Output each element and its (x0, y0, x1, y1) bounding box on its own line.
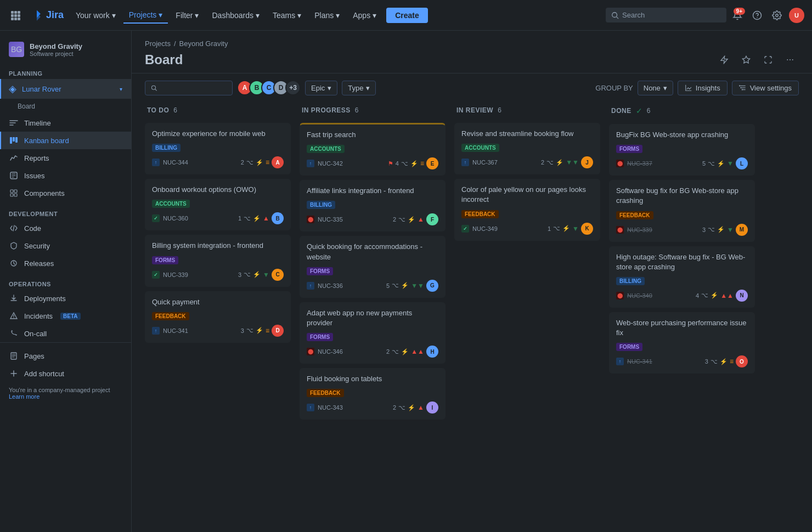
avatar-more[interactable]: +3 (285, 80, 301, 95)
board-search[interactable] (145, 81, 233, 95)
svg-rect-21 (14, 194, 17, 196)
card-id: NUC-340 (627, 292, 652, 299)
svg-point-24 (13, 317, 14, 318)
card-nuc342[interactable]: Fast trip search ACCOUNTS ↑ NUC-342 ⚑ 4 … (300, 123, 446, 176)
card-nuc367[interactable]: Revise and streamline booking flow ACCOU… (454, 123, 600, 174)
card-nuc341-todo[interactable]: Quick payment FEEDBACK ↑ NUC-341 3 ⌥ ⚡ ≡… (145, 291, 291, 343)
search-bar[interactable]: Search (606, 8, 726, 22)
sidebar-item-code[interactable]: Code (0, 219, 131, 237)
priority-icon: ▼▼ (411, 282, 424, 290)
group-by-label: GROUP BY (595, 84, 633, 92)
issue-type-icon: ⬤ (616, 160, 624, 167)
epic-filter[interactable]: Epic ▾ (305, 81, 337, 95)
sidebar-item-releases[interactable]: Releases (0, 254, 131, 272)
issue-type-icon: ✓ (152, 271, 160, 279)
sidebar-item-reports[interactable]: Reports (0, 149, 131, 167)
priority-icon: ▲▲ (720, 292, 734, 299)
search-input[interactable] (160, 84, 227, 92)
card-nuc339-todo[interactable]: Billing system integration - frontend FO… (145, 235, 291, 286)
sidebar-item-timeline[interactable]: Timeline (0, 114, 131, 132)
project-header[interactable]: BG Beyond Gravity Software project (0, 37, 131, 61)
issue-type-icon: ⬤ (616, 292, 624, 299)
card-nuc346[interactable]: Adapt web app no new payments provider F… (300, 302, 446, 364)
group-by-none[interactable]: None ▾ (638, 81, 673, 95)
sidebar-item-issues[interactable]: Issues (0, 167, 131, 184)
notifications-button[interactable]: 9+ (729, 7, 746, 24)
priority-icon: ▲ (418, 216, 424, 223)
help-button[interactable] (748, 7, 766, 24)
nav-apps[interactable]: Apps ▾ (347, 8, 382, 23)
sidebar-item-security[interactable]: Security (0, 237, 131, 254)
card-nuc337[interactable]: BugFix BG Web-store app crashing FORMS ⬤… (609, 124, 755, 176)
jira-logo[interactable]: Jira (26, 9, 68, 21)
fullscreen-button[interactable] (759, 51, 777, 69)
sidebar-item-kanban[interactable]: Kanban board (0, 132, 131, 149)
timeline-icon (9, 118, 19, 128)
project-type: Software project (30, 50, 82, 57)
breadcrumb-projects[interactable]: Projects (145, 39, 171, 48)
nav-your-work[interactable]: Your work ▾ (70, 8, 121, 23)
card-nuc341-done[interactable]: Web-store purchasing performance issue f… (609, 312, 755, 373)
card-nuc339-done[interactable]: Software bug fix for BG Web-store app cr… (609, 180, 755, 241)
svg-point-29 (787, 59, 788, 60)
card-title: Billing system integration - frontend (152, 241, 284, 251)
star-button[interactable] (737, 51, 755, 69)
card-nuc340[interactable]: High outage: Software bug fix - BG Web-s… (609, 246, 755, 308)
breadcrumb-project-name[interactable]: Beyond Gravity (179, 39, 228, 48)
nav-plans[interactable]: Plans ▾ (309, 8, 345, 23)
user-avatar[interactable]: U (788, 7, 805, 24)
nav-projects[interactable]: Projects ▾ (123, 7, 168, 24)
sidebar-item-board[interactable]: Board (0, 99, 131, 114)
column-inprogress: IN PROGRESS 6 Fast trip search ACCOUNTS … (300, 102, 448, 523)
card-id: NUC-349 (472, 225, 498, 232)
nav-dashboards[interactable]: Dashboards ▾ (206, 8, 265, 23)
sidebar-item-oncall[interactable]: On-call (0, 325, 131, 342)
card-tag: FORMS (307, 267, 333, 275)
lunar-rover-icon: ◈ (9, 83, 16, 95)
create-button[interactable]: Create (386, 8, 428, 23)
card-id: NUC-336 (318, 282, 343, 289)
card-avatar: E (426, 157, 438, 169)
card-nuc344[interactable]: Optimize experience for mobile web BILLI… (145, 123, 291, 174)
sidebar-item-components[interactable]: Components (0, 184, 131, 202)
company-managed-text: You're in a company-managed project (9, 387, 122, 393)
sidebar-item-add-shortcut[interactable]: Add shortcut (0, 365, 131, 382)
oncall-icon (9, 329, 19, 338)
card-nuc335[interactable]: Affiliate links integration - frontend B… (300, 180, 446, 231)
type-filter[interactable]: Type ▾ (342, 81, 376, 95)
card-title: Color of pale yellow on our pages looks … (461, 185, 593, 205)
nav-teams[interactable]: Teams ▾ (267, 8, 307, 23)
kanban-icon (9, 135, 19, 145)
sidebar-item-pages[interactable]: Pages (0, 347, 131, 365)
settings-button[interactable] (768, 7, 786, 24)
main-content: Projects / Beyond Gravity Board (132, 31, 812, 532)
view-settings-button[interactable]: View settings (732, 81, 799, 95)
card-nuc349[interactable]: Color of pale yellow on our pages looks … (454, 179, 600, 240)
grid-menu-button[interactable] (7, 7, 24, 24)
more-button[interactable] (781, 51, 799, 69)
nav-filter[interactable]: Filter ▾ (170, 8, 204, 23)
flash-button[interactable] (715, 51, 733, 69)
card-nuc336[interactable]: Quick booking for accommodations - websi… (300, 236, 446, 297)
card-nuc343[interactable]: Fluid booking on tablets FEEDBACK ↑ NUC-… (300, 368, 446, 420)
sidebar-item-incidents[interactable]: Incidents BETA (0, 307, 131, 325)
learn-more-link[interactable]: Learn more (9, 393, 122, 400)
user-avatar-icon: U (789, 8, 804, 23)
operations-section-label: OPERATIONS (0, 272, 131, 290)
insights-button[interactable]: Insights (678, 81, 728, 95)
sidebar: BG Beyond Gravity Software project PLANN… (0, 31, 132, 532)
card-avatar: J (581, 156, 593, 168)
card-avatar: N (736, 290, 748, 302)
sidebar-item-deployments[interactable]: Deployments (0, 290, 131, 307)
svg-point-9 (612, 12, 617, 17)
priority-icon: ▼ (727, 226, 734, 234)
col-inreview-title: IN REVIEW (456, 106, 493, 114)
card-id: NUC-337 (627, 160, 652, 167)
board: TO DO 6 Optimize experience for mobile w… (145, 102, 799, 523)
inreview-cards: Revise and streamline booking flow ACCOU… (454, 123, 602, 523)
sidebar-item-lunar-rover[interactable]: ◈ Lunar Rover ▾ (0, 79, 131, 99)
svg-rect-16 (15, 137, 18, 143)
card-id: NUC-367 (472, 159, 498, 166)
card-id: NUC-343 (318, 404, 343, 411)
card-nuc360[interactable]: Onboard workout options (OWO) ACCOUNTS ✓… (145, 179, 291, 230)
